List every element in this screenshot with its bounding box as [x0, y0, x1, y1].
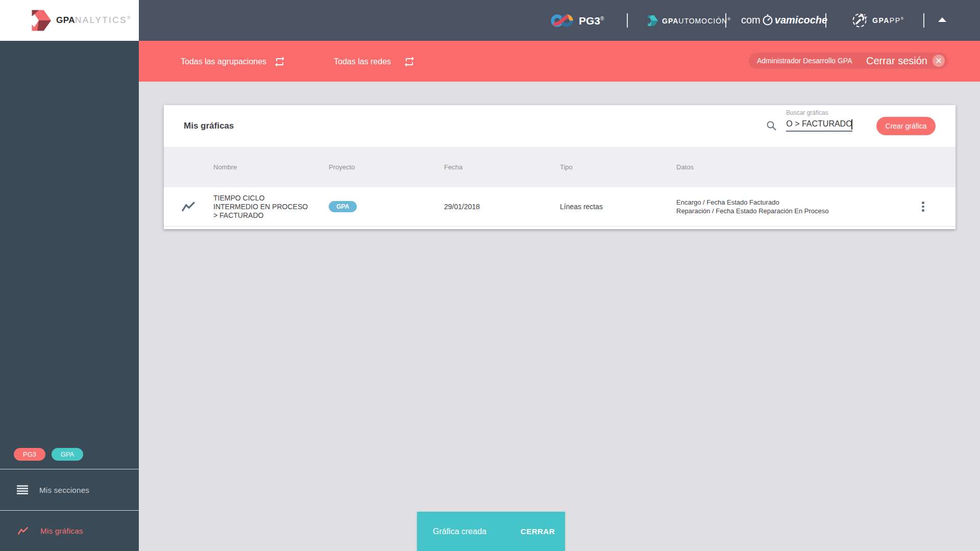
row-project-cell: GPA [329, 201, 444, 212]
collapse-button[interactable] [938, 17, 946, 22]
topbar-divider [627, 13, 628, 28]
project-badge: GPA [329, 201, 357, 212]
gpautomocion-logo[interactable]: GPAUTOMOCIÓN® [645, 15, 731, 27]
gpautomocion-arrow-icon [645, 15, 658, 27]
row-name: TIEMPO CICLO INTERMEDIO EN PROCESO > FAC… [213, 194, 329, 220]
row-data-line: Reparación / Fecha Estado Reparación En … [676, 207, 828, 215]
line-chart-icon [17, 527, 29, 535]
clock-icon [762, 13, 774, 27]
line-chart-icon [181, 201, 195, 212]
table-row[interactable]: TIEMPO CICLO INTERMEDIO EN PROCESO > FAC… [164, 187, 955, 227]
comova-suffix: vamicoche [775, 14, 827, 26]
row-actions-cell [891, 198, 955, 215]
charts-card: Mis gráficas Buscar gráficas Crear gráfi… [164, 105, 955, 229]
logout-button[interactable]: Cerrar sesión [866, 55, 927, 67]
column-header-nombre: Nombre [213, 163, 329, 171]
sidebar: PG3 GPA Mis secciones Mis gráficas [0, 41, 139, 551]
search-label: Buscar gráficas [786, 109, 828, 116]
networks-filter[interactable]: Todas las redes [334, 57, 391, 66]
row-type: Líneas rectas [560, 203, 676, 211]
create-chart-button[interactable]: Crear gráfica [876, 117, 936, 135]
column-header-tipo: Tipo [560, 163, 676, 171]
kebab-menu-icon[interactable] [919, 198, 927, 215]
swap-networks-icon[interactable] [403, 56, 415, 68]
pg3-logo[interactable]: PG3® [550, 14, 604, 28]
column-header-datos: Datos [676, 163, 891, 171]
main-content: Mis gráficas Buscar gráficas Crear gráfi… [139, 82, 980, 551]
snackbar: Gráfica creada CERRAR [417, 512, 565, 551]
sidebar-item-mis-graficas[interactable]: Mis gráficas [0, 510, 139, 551]
card-toolbar: Mis gráficas Buscar gráficas Crear gráfi… [164, 105, 955, 147]
pg3-badge[interactable]: PG3 [14, 448, 45, 461]
topbar: GPANALYTICS® PG3® GPAUTOMOCIÓN® com [0, 0, 980, 41]
topbar-divider [825, 13, 826, 28]
filter-bar: Todas las agrupaciones Todas las redes A… [139, 41, 980, 82]
comova-prefix: com [741, 14, 761, 26]
gpa-arrow-icon [26, 9, 51, 32]
groupings-filter[interactable]: Todas las agrupaciones [181, 57, 266, 66]
gpa-analytics-logo[interactable]: GPANALYTICS® [0, 0, 139, 41]
topbar-divider [923, 13, 924, 28]
brand-wordmark: GPANALYTICS® [56, 15, 131, 26]
sidebar-badges: PG3 GPA [14, 448, 83, 461]
page-title: Mis gráficas [184, 121, 234, 131]
column-header-proyecto: Proyecto [329, 163, 444, 171]
app-screen: GPANALYTICS® PG3® GPAUTOMOCIÓN® com [0, 0, 980, 551]
gpapp-wordmark: GPAPP® [872, 16, 904, 24]
table-header: Nombre Proyecto Fecha Tipo Datos [164, 147, 955, 187]
user-name: Administrador Desarrollo GPA [757, 57, 852, 65]
search-input[interactable] [786, 117, 852, 132]
row-chart-type-cell [164, 201, 213, 212]
pg3-infinity-icon [550, 14, 574, 28]
sidebar-item-label: Mis secciones [39, 486, 89, 494]
sidebar-item-mis-secciones[interactable]: Mis secciones [0, 469, 139, 510]
swap-groupings-icon[interactable] [274, 56, 286, 68]
sidebar-item-label: Mis gráficas [40, 527, 83, 535]
snackbar-close-button[interactable]: CERRAR [521, 527, 555, 536]
column-header-fecha: Fecha [444, 163, 560, 171]
topbar-divider [725, 13, 726, 28]
text-caret [851, 119, 852, 130]
logout-x-icon[interactable] [933, 55, 945, 67]
gpautomocion-wordmark: GPAUTOMOCIÓN® [662, 17, 731, 25]
chevron-up-icon [938, 17, 946, 22]
gpapp-logo[interactable]: GPAPP® [851, 12, 904, 29]
comovamicoche-logo[interactable]: com vamicoche [741, 13, 827, 27]
pg3-wordmark: PG3® [579, 15, 604, 27]
gpa-badge[interactable]: GPA [52, 448, 83, 461]
snackbar-message: Gráfica creada [433, 527, 486, 536]
row-data: Encargo / Fecha Estado Facturado Reparac… [676, 198, 891, 215]
wrench-icon [851, 12, 868, 29]
user-session-chip: Administrador Desarrollo GPA Cerrar sesi… [749, 53, 948, 69]
row-date: 29/01/2018 [444, 203, 560, 211]
menu-icon [17, 485, 28, 494]
row-data-line: Encargo / Fecha Estado Facturado [676, 198, 779, 206]
search-icon [766, 120, 777, 131]
